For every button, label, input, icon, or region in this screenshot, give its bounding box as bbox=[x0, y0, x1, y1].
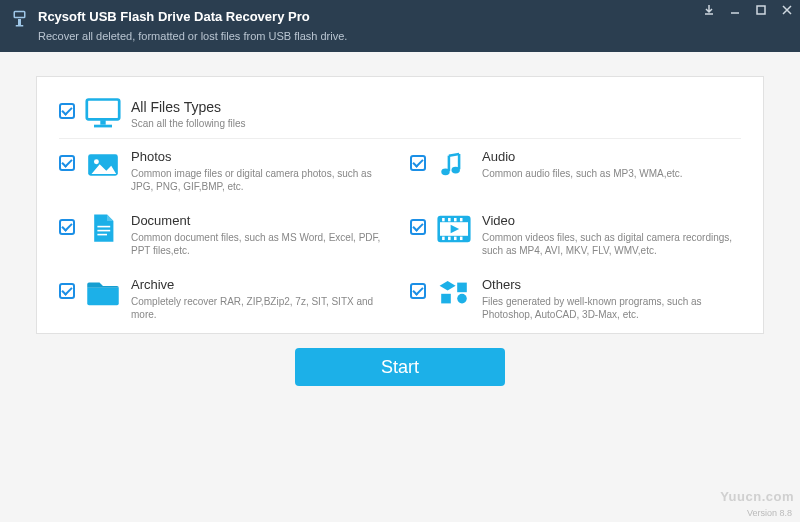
file-types-panel: All Files Types Scan all the following f… bbox=[36, 76, 764, 334]
all-types-row: All Files Types Scan all the following f… bbox=[59, 97, 741, 139]
close-button[interactable] bbox=[774, 0, 800, 20]
archive-title: Archive bbox=[131, 277, 390, 293]
all-types-title: All Files Types bbox=[131, 99, 246, 115]
all-types-desc: Scan all the following files bbox=[131, 117, 246, 130]
svg-rect-12 bbox=[97, 230, 110, 232]
category-archive: Archive Completely recover RAR, ZIP,BZip… bbox=[59, 277, 390, 321]
app-subtitle: Recover all deleted, formatted or lost f… bbox=[38, 28, 347, 44]
video-icon bbox=[436, 213, 472, 245]
svg-rect-11 bbox=[97, 226, 110, 228]
video-desc: Common videos files, such as digital cam… bbox=[482, 231, 741, 257]
svg-rect-6 bbox=[94, 125, 112, 128]
monitor-icon bbox=[85, 97, 121, 129]
svg-rect-25 bbox=[457, 283, 467, 293]
title-left: Rcysoft USB Flash Drive Data Recovery Pr… bbox=[12, 8, 347, 44]
svg-rect-2 bbox=[16, 25, 24, 27]
photo-icon bbox=[85, 149, 121, 181]
video-title: Video bbox=[482, 213, 741, 229]
archive-desc: Completely recover RAR, ZIP,BZip2, 7z, S… bbox=[131, 295, 390, 321]
svg-rect-26 bbox=[441, 294, 451, 304]
photos-title: Photos bbox=[131, 149, 390, 165]
svg-rect-0 bbox=[14, 12, 25, 18]
audio-checkbox[interactable] bbox=[410, 155, 426, 171]
document-checkbox[interactable] bbox=[59, 219, 75, 235]
start-button[interactable]: Start bbox=[295, 348, 505, 386]
audio-icon bbox=[436, 149, 472, 181]
categories-grid: Photos Common image files or digital cam… bbox=[59, 149, 741, 321]
watermark-text: Yuucn.com bbox=[720, 489, 794, 504]
svg-point-9 bbox=[441, 168, 450, 175]
content-area: All Files Types Scan all the following f… bbox=[0, 52, 800, 396]
document-title: Document bbox=[131, 213, 390, 229]
archive-checkbox[interactable] bbox=[59, 283, 75, 299]
others-icon bbox=[436, 277, 472, 309]
window-controls bbox=[696, 0, 800, 20]
audio-desc: Common audio files, such as MP3, WMA,etc… bbox=[482, 167, 683, 180]
app-title: Rcysoft USB Flash Drive Data Recovery Pr… bbox=[38, 8, 347, 26]
video-checkbox[interactable] bbox=[410, 219, 426, 235]
audio-title: Audio bbox=[482, 149, 683, 165]
photos-desc: Common image files or digital camera pho… bbox=[131, 167, 390, 193]
document-desc: Common document files, such as MS Word, … bbox=[131, 231, 390, 257]
svg-point-8 bbox=[94, 159, 99, 164]
svg-rect-22 bbox=[448, 237, 451, 240]
document-icon bbox=[85, 213, 121, 245]
minimize-button[interactable] bbox=[722, 0, 748, 20]
svg-rect-19 bbox=[454, 218, 457, 221]
photos-checkbox[interactable] bbox=[59, 155, 75, 171]
category-video: Video Common videos files, such as digit… bbox=[410, 213, 741, 257]
svg-point-10 bbox=[451, 167, 460, 174]
svg-rect-3 bbox=[757, 6, 765, 14]
archive-icon bbox=[85, 277, 121, 309]
svg-rect-4 bbox=[87, 100, 119, 120]
svg-rect-24 bbox=[460, 237, 463, 240]
category-photos: Photos Common image files or digital cam… bbox=[59, 149, 390, 193]
others-desc: Files generated by well-known programs, … bbox=[482, 295, 741, 321]
svg-rect-1 bbox=[18, 19, 21, 25]
version-text: Version 8.8 bbox=[747, 508, 792, 518]
category-document: Document Common document files, such as … bbox=[59, 213, 390, 257]
category-audio: Audio Common audio files, such as MP3, W… bbox=[410, 149, 741, 193]
download-button[interactable] bbox=[696, 0, 722, 20]
all-types-checkbox[interactable] bbox=[59, 103, 75, 119]
svg-rect-5 bbox=[100, 120, 105, 125]
others-checkbox[interactable] bbox=[410, 283, 426, 299]
start-button-wrap: Start bbox=[36, 348, 764, 386]
maximize-button[interactable] bbox=[748, 0, 774, 20]
svg-point-27 bbox=[457, 294, 467, 304]
title-bar: Rcysoft USB Flash Drive Data Recovery Pr… bbox=[0, 0, 800, 52]
svg-rect-18 bbox=[448, 218, 451, 221]
svg-rect-20 bbox=[460, 218, 463, 221]
svg-rect-17 bbox=[442, 218, 445, 221]
others-title: Others bbox=[482, 277, 741, 293]
category-others: Others Files generated by well-known pro… bbox=[410, 277, 741, 321]
app-icon bbox=[12, 10, 30, 28]
svg-rect-23 bbox=[454, 237, 457, 240]
svg-rect-13 bbox=[97, 234, 107, 236]
svg-rect-21 bbox=[442, 237, 445, 240]
